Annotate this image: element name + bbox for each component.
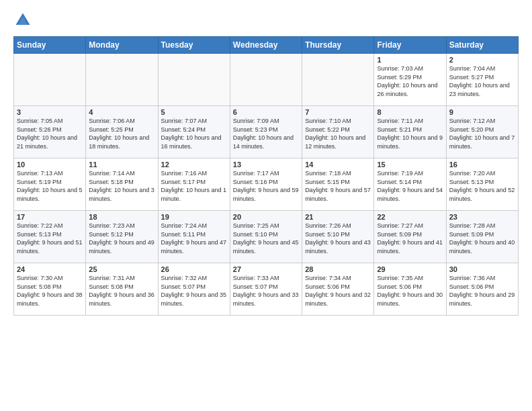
day-info: Sunrise: 7:18 AM Sunset: 5:15 PM Dayligh… [305,169,371,203]
day-number: 22 [377,213,443,221]
calendar-cell [230,54,302,106]
calendar-cell: 19Sunrise: 7:24 AM Sunset: 5:11 PM Dayli… [158,211,230,263]
day-info: Sunrise: 7:05 AM Sunset: 5:26 PM Dayligh… [17,117,83,150]
calendar-cell: 26Sunrise: 7:32 AM Sunset: 5:07 PM Dayli… [158,263,230,316]
calendar-cell: 18Sunrise: 7:23 AM Sunset: 5:12 PM Dayli… [86,211,158,263]
calendar-cell: 1Sunrise: 7:03 AM Sunset: 5:29 PM Daylig… [374,54,446,106]
day-info: Sunrise: 7:28 AM Sunset: 5:09 PM Dayligh… [449,222,515,255]
calendar-cell: 11Sunrise: 7:14 AM Sunset: 5:18 PM Dayli… [86,158,158,211]
day-info: Sunrise: 7:31 AM Sunset: 5:08 PM Dayligh… [89,274,154,308]
col-friday: Friday [374,37,446,54]
day-number: 12 [161,161,227,169]
day-info: Sunrise: 7:16 AM Sunset: 5:17 PM Dayligh… [161,169,227,203]
day-number: 6 [233,108,299,116]
calendar-cell: 29Sunrise: 7:35 AM Sunset: 5:06 PM Dayli… [374,263,446,316]
calendar-cell: 16Sunrise: 7:20 AM Sunset: 5:13 PM Dayli… [446,158,518,211]
day-info: Sunrise: 7:20 AM Sunset: 5:13 PM Dayligh… [449,169,515,203]
day-number: 3 [17,108,83,116]
day-number: 18 [89,213,154,221]
calendar-table: Sunday Monday Tuesday Wednesday Thursday… [13,36,519,316]
day-info: Sunrise: 7:34 AM Sunset: 5:06 PM Dayligh… [305,274,371,308]
day-info: Sunrise: 7:24 AM Sunset: 5:11 PM Dayligh… [161,222,227,255]
day-info: Sunrise: 7:07 AM Sunset: 5:24 PM Dayligh… [161,117,227,150]
calendar-cell: 5Sunrise: 7:07 AM Sunset: 5:24 PM Daylig… [158,106,230,158]
calendar-week-5: 24Sunrise: 7:30 AM Sunset: 5:08 PM Dayli… [14,263,519,316]
calendar-body: 1Sunrise: 7:03 AM Sunset: 5:29 PM Daylig… [14,54,519,316]
calendar-header: Sunday Monday Tuesday Wednesday Thursday… [14,37,519,54]
day-info: Sunrise: 7:36 AM Sunset: 5:06 PM Dayligh… [449,274,515,308]
calendar-cell [86,54,158,106]
day-info: Sunrise: 7:27 AM Sunset: 5:09 PM Dayligh… [377,222,443,255]
day-number: 24 [17,265,83,273]
calendar-cell: 6Sunrise: 7:09 AM Sunset: 5:23 PM Daylig… [230,106,302,158]
calendar-cell [14,54,86,106]
logo [13,11,35,30]
day-info: Sunrise: 7:23 AM Sunset: 5:12 PM Dayligh… [89,222,154,255]
day-info: Sunrise: 7:25 AM Sunset: 5:10 PM Dayligh… [233,222,299,255]
day-info: Sunrise: 7:30 AM Sunset: 5:08 PM Dayligh… [17,274,83,308]
day-number: 28 [305,265,371,273]
day-number: 14 [305,161,371,169]
calendar-cell: 23Sunrise: 7:28 AM Sunset: 5:09 PM Dayli… [446,211,518,263]
calendar-week-1: 1Sunrise: 7:03 AM Sunset: 5:29 PM Daylig… [14,54,519,106]
calendar-cell: 24Sunrise: 7:30 AM Sunset: 5:08 PM Dayli… [14,263,86,316]
calendar-cell: 20Sunrise: 7:25 AM Sunset: 5:10 PM Dayli… [230,211,302,263]
day-info: Sunrise: 7:14 AM Sunset: 5:18 PM Dayligh… [89,169,154,203]
calendar-cell: 15Sunrise: 7:19 AM Sunset: 5:14 PM Dayli… [374,158,446,211]
calendar-cell: 28Sunrise: 7:34 AM Sunset: 5:06 PM Dayli… [302,263,374,316]
day-number: 21 [305,213,371,221]
calendar-cell: 10Sunrise: 7:13 AM Sunset: 5:19 PM Dayli… [14,158,86,211]
calendar-cell: 9Sunrise: 7:12 AM Sunset: 5:20 PM Daylig… [446,106,518,158]
day-number: 13 [233,161,299,169]
calendar-cell: 7Sunrise: 7:10 AM Sunset: 5:22 PM Daylig… [302,106,374,158]
calendar-cell: 22Sunrise: 7:27 AM Sunset: 5:09 PM Dayli… [374,211,446,263]
day-info: Sunrise: 7:04 AM Sunset: 5:27 PM Dayligh… [449,64,515,98]
col-tuesday: Tuesday [158,37,230,54]
calendar-cell: 13Sunrise: 7:17 AM Sunset: 5:16 PM Dayli… [230,158,302,211]
day-number: 15 [377,161,443,169]
day-info: Sunrise: 7:19 AM Sunset: 5:14 PM Dayligh… [377,169,443,203]
col-saturday: Saturday [446,37,518,54]
calendar-week-4: 17Sunrise: 7:22 AM Sunset: 5:13 PM Dayli… [14,211,519,263]
day-number: 29 [377,265,443,273]
day-info: Sunrise: 7:11 AM Sunset: 5:21 PM Dayligh… [377,117,443,150]
day-info: Sunrise: 7:26 AM Sunset: 5:10 PM Dayligh… [305,222,371,255]
day-info: Sunrise: 7:17 AM Sunset: 5:16 PM Dayligh… [233,169,299,203]
day-number: 26 [161,265,227,273]
header-row: Sunday Monday Tuesday Wednesday Thursday… [14,37,519,54]
day-number: 30 [449,265,515,273]
day-info: Sunrise: 7:35 AM Sunset: 5:06 PM Dayligh… [377,274,443,308]
day-number: 8 [377,108,443,116]
logo-icon [13,11,32,30]
day-number: 25 [89,265,154,273]
calendar-cell [302,54,374,106]
day-number: 19 [161,213,227,221]
day-number: 9 [449,108,515,116]
calendar-cell: 3Sunrise: 7:05 AM Sunset: 5:26 PM Daylig… [14,106,86,158]
col-thursday: Thursday [302,37,374,54]
day-number: 11 [89,161,154,169]
day-number: 27 [233,265,299,273]
day-number: 10 [17,161,83,169]
day-info: Sunrise: 7:10 AM Sunset: 5:22 PM Dayligh… [305,117,371,150]
day-info: Sunrise: 7:12 AM Sunset: 5:20 PM Dayligh… [449,117,515,150]
calendar-cell: 27Sunrise: 7:33 AM Sunset: 5:07 PM Dayli… [230,263,302,316]
day-number: 16 [449,161,515,169]
page: Sunday Monday Tuesday Wednesday Thursday… [0,0,532,411]
day-info: Sunrise: 7:09 AM Sunset: 5:23 PM Dayligh… [233,117,299,150]
calendar-cell: 14Sunrise: 7:18 AM Sunset: 5:15 PM Dayli… [302,158,374,211]
calendar-cell: 30Sunrise: 7:36 AM Sunset: 5:06 PM Dayli… [446,263,518,316]
calendar-cell: 2Sunrise: 7:04 AM Sunset: 5:27 PM Daylig… [446,54,518,106]
day-number: 20 [233,213,299,221]
day-number: 7 [305,108,371,116]
calendar-cell: 4Sunrise: 7:06 AM Sunset: 5:25 PM Daylig… [86,106,158,158]
calendar-cell: 12Sunrise: 7:16 AM Sunset: 5:17 PM Dayli… [158,158,230,211]
calendar-cell: 17Sunrise: 7:22 AM Sunset: 5:13 PM Dayli… [14,211,86,263]
calendar-cell: 21Sunrise: 7:26 AM Sunset: 5:10 PM Dayli… [302,211,374,263]
calendar-cell: 8Sunrise: 7:11 AM Sunset: 5:21 PM Daylig… [374,106,446,158]
day-number: 17 [17,213,83,221]
calendar-week-3: 10Sunrise: 7:13 AM Sunset: 5:19 PM Dayli… [14,158,519,211]
day-number: 5 [161,108,227,116]
col-sunday: Sunday [14,37,86,54]
calendar-week-2: 3Sunrise: 7:05 AM Sunset: 5:26 PM Daylig… [14,106,519,158]
